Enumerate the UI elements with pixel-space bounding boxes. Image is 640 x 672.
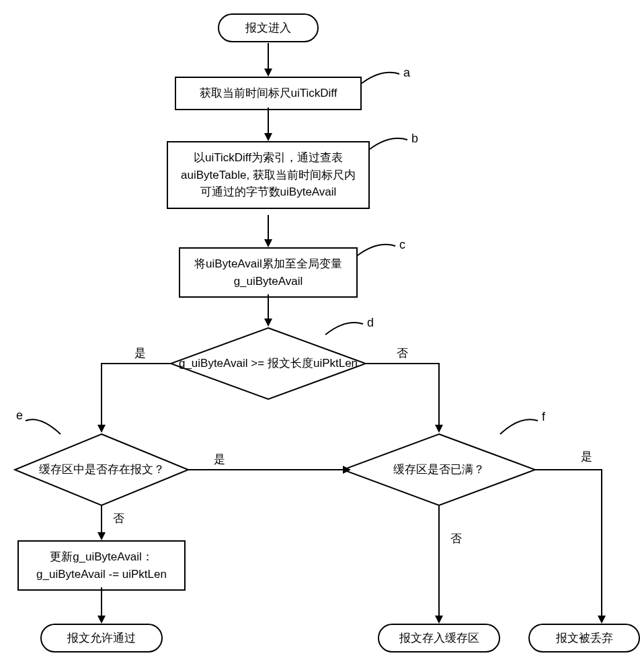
connector [101,363,171,364]
arrowhead [97,532,106,540]
process-a: 获取当前时间标尺uiTickDiff [175,77,362,110]
connector [101,505,102,534]
process-b: 以uiTickDiff为索引，通过查表auiByteTable, 获取当前时间标… [167,141,370,209]
end-drop: 报文被丢弃 [528,624,640,653]
label-f: f [542,410,545,424]
arrowhead [343,466,351,474]
connector [268,215,269,241]
branch-no: 否 [450,531,462,546]
arrowhead [264,133,272,141]
end-pass: 报文允许通过 [40,624,163,653]
connector [101,363,102,426]
connector [268,294,269,320]
flowchart: 报文进入 获取当前时间标尺uiTickDiff a 以uiTickDiff为索引… [13,13,627,659]
connector [535,469,602,470]
process-c: 将uiByteAvail累加至全局变量g_uiByteAvail [179,247,358,298]
arrowhead [435,425,443,433]
connector [188,469,344,470]
connector [438,363,440,426]
process-update: 更新g_uiByteAvail： g_uiByteAvail -= uiPktL… [17,540,186,591]
branch-yes: 是 [134,345,146,361]
start-terminator: 报文进入 [218,13,319,42]
decision-e: 缓存区中是否存在报文？ [13,433,190,507]
label-a: a [403,66,410,80]
arrowhead [435,616,443,624]
connector [268,43,269,70]
label-d: d [367,316,374,330]
connector [101,587,102,617]
arrowhead [264,69,272,77]
arrowhead [97,616,106,624]
connector [601,469,602,617]
decision-d: g_uiByteAvail >= 报文长度uiPktLen [169,327,367,401]
connector [268,108,269,134]
arrowhead [264,319,272,327]
branch-yes: 是 [581,449,592,464]
branch-yes: 是 [214,452,225,467]
label-c: c [399,238,405,252]
connector [438,505,440,617]
arrowhead [264,239,272,247]
label-b: b [411,132,418,146]
connector [366,363,440,364]
end-store: 报文存入缓存区 [378,624,500,653]
decision-f: 缓存区是否已满？ [342,433,536,507]
label-e: e [16,409,23,423]
branch-no: 否 [113,511,124,526]
arrowhead [97,425,106,433]
branch-no: 否 [397,345,408,361]
arrowhead [598,616,606,624]
